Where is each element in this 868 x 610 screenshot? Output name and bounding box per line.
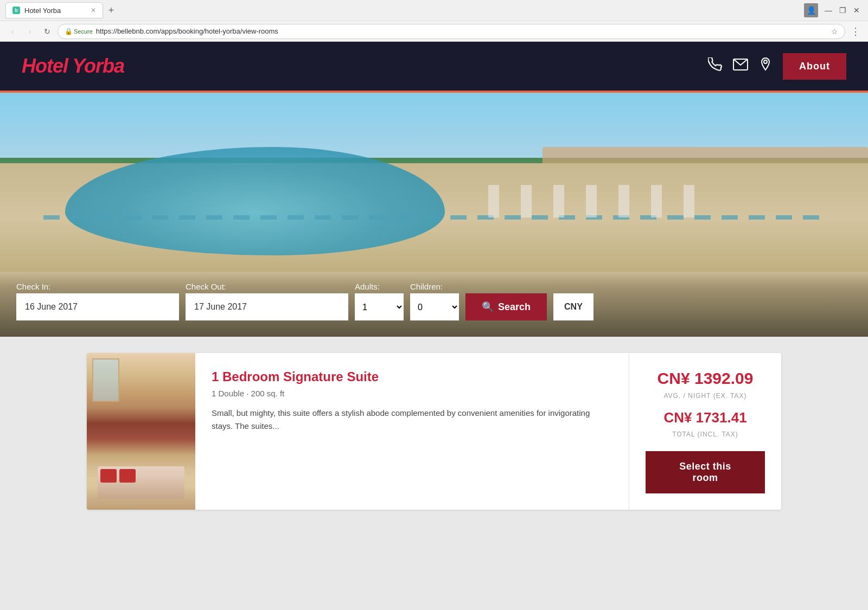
adults-label: Adults: <box>355 282 404 291</box>
total-price-label: TOTAL (INCL. TAX) <box>672 431 738 438</box>
room-pricing: CN¥ 1392.09 AVG. / NIGHT (EX. TAX) CN¥ 1… <box>629 353 781 510</box>
checkin-group: Check In: <box>16 282 179 320</box>
address-bar[interactable]: 🔒 Secure https://bellebnb.com/apps/booki… <box>58 24 845 39</box>
children-select[interactable]: 0 1 2 3 <box>410 293 459 320</box>
svg-point-1 <box>764 60 767 63</box>
checkout-label: Check Out: <box>186 282 348 291</box>
secure-badge: 🔒 Secure <box>65 28 93 35</box>
room-pillow2 <box>119 469 136 483</box>
room-description: Small, but mighty, this suite offers a s… <box>212 407 612 433</box>
tab-close-button[interactable]: ✕ <box>91 7 96 14</box>
search-button[interactable]: 🔍 Search <box>465 293 547 320</box>
adults-group: Adults: 1 2 3 4 <box>355 282 404 320</box>
close-button[interactable]: ✕ <box>851 4 863 16</box>
checkin-label: Check In: <box>16 282 179 291</box>
browser-controls: ‹ › ↻ 🔒 Secure https://bellebnb.com/apps… <box>0 21 868 41</box>
email-icon[interactable] <box>733 59 748 74</box>
tab-title: Hotel Yorba <box>24 7 61 15</box>
header-actions: About <box>708 53 846 80</box>
search-label: Search <box>498 301 531 313</box>
location-icon[interactable] <box>759 57 772 75</box>
total-price: CN¥ 1731.41 <box>663 409 746 426</box>
hotel-site: Hotel Yorba About <box>0 42 868 526</box>
room-card: 1 Bedroom Signature Suite 1 Double · 200… <box>87 353 781 510</box>
bookmark-icon[interactable]: ☆ <box>831 27 838 36</box>
forward-button[interactable]: › <box>23 24 37 38</box>
room-specs: 1 Double · 200 sq. ft <box>212 389 612 398</box>
profile-icon[interactable]: 👤 <box>804 3 818 17</box>
room-info: 1 Bedroom Signature Suite 1 Double · 200… <box>195 353 629 510</box>
tab-favicon: b <box>12 7 20 14</box>
browser-titlebar: b Hotel Yorba ✕ + 👤 — ❐ ✕ <box>0 0 868 21</box>
room-window <box>92 358 119 402</box>
new-tab-button[interactable]: + <box>103 2 119 18</box>
checkout-input[interactable] <box>186 293 348 320</box>
checkout-group: Check Out: <box>186 282 348 320</box>
children-group: Children: 0 1 2 3 <box>410 282 459 320</box>
room-name: 1 Bedroom Signature Suite <box>212 369 612 384</box>
loungers-bg <box>43 207 825 228</box>
select-room-button[interactable]: Select this room <box>646 451 765 493</box>
price-per-night: CN¥ 1392.09 <box>658 369 754 388</box>
adults-select[interactable]: 1 2 3 4 <box>355 293 404 320</box>
room-pillow1 <box>100 469 117 483</box>
umbrellas-bg <box>488 185 705 217</box>
browser-menu-button[interactable]: ⋮ <box>848 25 863 37</box>
about-button[interactable]: About <box>783 53 846 80</box>
browser-tab[interactable]: b Hotel Yorba ✕ <box>5 2 103 18</box>
search-form: Check In: Check Out: Adults: 1 2 3 4 <box>16 282 852 320</box>
refresh-button[interactable]: ↻ <box>40 24 54 38</box>
price-per-night-label: AVG. / NIGHT (EX. TAX) <box>663 392 746 400</box>
maximize-button[interactable]: ❐ <box>837 4 848 16</box>
hero-overlay: Check In: Check Out: Adults: 1 2 3 4 <box>0 271 868 337</box>
browser-chrome: b Hotel Yorba ✕ + 👤 — ❐ ✕ ‹ › ↻ 🔒 Secure… <box>0 0 868 42</box>
checkin-input[interactable] <box>16 293 179 320</box>
phone-icon[interactable] <box>708 57 722 75</box>
url-text[interactable]: https://bellebnb.com/apps/booking/hotel-… <box>96 27 828 35</box>
site-header: Hotel Yorba About <box>0 42 868 91</box>
window-controls: — ❐ ✕ <box>822 4 863 16</box>
hero-section: Check In: Check Out: Adults: 1 2 3 4 <box>0 93 868 337</box>
hotel-logo: Hotel Yorba <box>22 55 124 78</box>
minimize-button[interactable]: — <box>822 4 834 16</box>
lock-icon: 🔒 <box>65 28 73 35</box>
secure-label: Secure <box>74 28 93 35</box>
currency-badge[interactable]: CNY <box>553 293 593 320</box>
search-icon: 🔍 <box>482 301 494 313</box>
rooms-section: 1 Bedroom Signature Suite 1 Double · 200… <box>0 337 868 526</box>
back-button[interactable]: ‹ <box>5 24 20 38</box>
room-image <box>87 353 195 510</box>
children-label: Children: <box>410 282 459 291</box>
